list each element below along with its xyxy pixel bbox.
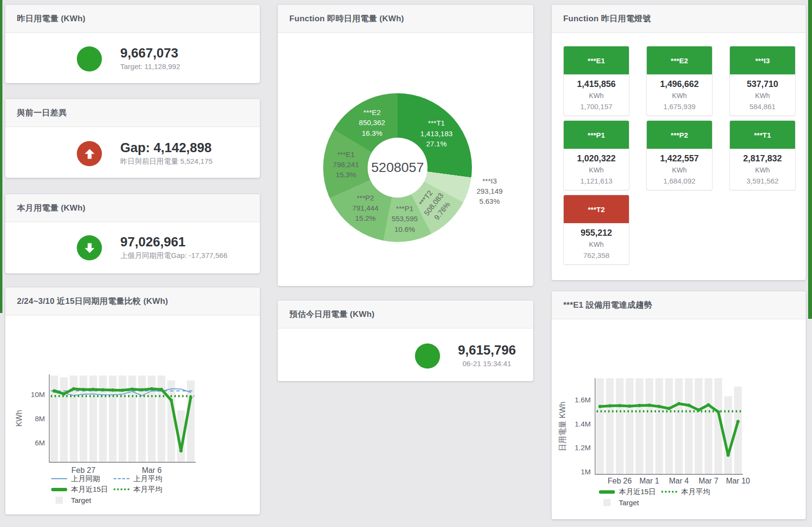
status-card: ***P21,422,557KWh1,684,092 [646, 120, 712, 190]
series-point [657, 405, 661, 408]
card-target: 3,591,562 [746, 175, 779, 186]
arrow-down-icon [83, 242, 96, 255]
series-point [111, 388, 114, 392]
page-edge-left [0, 0, 2, 313]
card-target: 1,700,157 [580, 101, 613, 112]
card-title: ***P2 [647, 121, 712, 149]
arrow-up-icon [83, 147, 96, 160]
legend-swatch-box-icon [603, 499, 611, 506]
target-bar [675, 378, 683, 474]
legend-item[interactable]: 上月同期 [51, 474, 114, 484]
series-point [648, 404, 651, 407]
card-title: ***E2 [647, 46, 712, 74]
card-value: 1,422,557 [660, 152, 698, 165]
dashboard: 昨日用電量 (KWh) 9,667,073 Target: 11,128,992… [0, 0, 812, 527]
status-card: ***E11,415,856KWh1,700,157 [563, 46, 629, 116]
legend-item[interactable]: 上月平均 [114, 474, 162, 484]
panel-title: Function 昨日用電燈號 [563, 13, 651, 24]
panel-estimate-today: 預估今日用電量 (KWh) 9,615,796 06-21 15:34:41 [278, 300, 533, 381]
series-point [82, 388, 85, 391]
series-point [736, 420, 740, 423]
x-tick-label: Mar 4 [669, 477, 689, 485]
legend-item[interactable]: Target [51, 496, 114, 504]
card-body: 955,212KWh762,358 [564, 223, 629, 264]
series-point [53, 389, 56, 393]
legend-label: 本月平均 [681, 487, 710, 497]
card-title: ***T1 [730, 121, 795, 149]
series-point [707, 403, 710, 407]
y-axis-label: KWh [15, 410, 23, 427]
y-tick-label: 1.4M [575, 420, 591, 428]
stat-text: 9,667,073 Target: 11,128,992 [120, 46, 180, 72]
card-value: 537,710 [747, 78, 778, 90]
card-unit: KWh [755, 90, 769, 101]
panel-header: Function 昨日用電燈號 [552, 5, 806, 33]
panel-header: 與前一日差異 [5, 99, 260, 127]
y-tick-label: 1.2M [575, 443, 591, 452]
card-body: 1,415,856KWh1,700,157 [564, 74, 629, 115]
y-tick-label: 8M [35, 414, 45, 423]
legend-item[interactable]: 本月近15日 [51, 485, 114, 494]
legend-item[interactable]: 本月平均 [661, 487, 710, 497]
legend-swatch-dashed-icon [114, 478, 129, 479]
panel-month-usage: 本月用電量 (KWh) 97,026,961 上個月同期用電Gap: -17,3… [5, 194, 260, 273]
target-bar [50, 376, 58, 463]
panel-title: 與前一日差異 [17, 107, 67, 118]
legend-item[interactable]: 本月平均 [114, 485, 162, 494]
status-card: ***T2955,212KWh762,358 [563, 195, 629, 265]
legend-swatch-box-icon [56, 497, 63, 504]
card-unit: KWh [589, 239, 603, 250]
series-point [141, 388, 144, 392]
target-bar [636, 378, 643, 474]
panel-header: 昨日用電量 (KWh) [5, 5, 260, 33]
legend-swatch-line-icon [51, 478, 67, 479]
target-bar [685, 378, 693, 474]
status-circle-icon [77, 141, 102, 166]
card-unit: KWh [672, 165, 686, 175]
y-tick-label: 10M [31, 390, 45, 399]
series-point [92, 388, 95, 391]
target-bar [168, 381, 175, 463]
target-bar [626, 378, 633, 474]
panel-realtime-donut: Function 即時日用電量 (KWh) 5208057 ***T11,413… [278, 5, 533, 286]
card-body: 1,020,322KWh1,121,613 [564, 149, 629, 190]
legend-item[interactable]: 本月近15日 [599, 487, 661, 497]
series-point [72, 387, 75, 391]
donut-slice-label: ***E2850,36216.3% [359, 107, 385, 138]
stat-value: Gap: 4,142,898 [120, 141, 213, 156]
status-circle-icon [415, 343, 440, 369]
status-card: ***I3537,710KWh584,861 [729, 46, 796, 116]
panel-title: 本月用電量 (KWh) [17, 202, 85, 214]
trend-chart: 1M1.2M1.4M1.6MFeb 26Mar 1Mar 4Mar 7Mar 1… [552, 291, 806, 519]
series-point [687, 404, 690, 407]
card-value: 1,020,322 [577, 152, 615, 165]
card-value: 1,415,856 [577, 78, 615, 90]
card-title: ***E1 [564, 46, 629, 74]
series-point [101, 388, 105, 392]
x-tick-label: Feb 26 [608, 477, 632, 485]
status-card: ***P11,020,322KWh1,121,613 [563, 120, 629, 190]
legend-label: 本月平均 [133, 485, 162, 494]
status-circle-icon [77, 235, 102, 260]
target-bar [705, 378, 712, 474]
x-tick-label: Mar 1 [640, 477, 659, 485]
legend-label: 本月近15日 [619, 487, 656, 497]
stat-subtext: 昨日與前日用電量 5,524,175 [120, 156, 213, 167]
donut-slice-label: ***T11,413,18327.1% [420, 118, 453, 149]
legend-item[interactable]: Target [599, 499, 661, 507]
series-point [150, 387, 154, 391]
series-point [668, 407, 671, 410]
stat-text: 97,026,961 上個月同期用電Gap: -17,377,566 [120, 235, 228, 261]
card-unit: KWh [589, 90, 603, 101]
x-tick-label: Mar 7 [698, 477, 718, 485]
series-point [170, 399, 173, 402]
target-bar [645, 378, 653, 474]
stat-value: 9,667,073 [120, 46, 180, 61]
series-point [628, 404, 631, 408]
chart-legend: 上月同期上月平均本月近15日本月平均Target [51, 473, 162, 505]
legend-label: Target [71, 496, 91, 504]
card-title: ***I3 [730, 46, 795, 74]
target-bar [616, 378, 624, 474]
target-bar [60, 377, 68, 462]
series-point [179, 449, 183, 453]
